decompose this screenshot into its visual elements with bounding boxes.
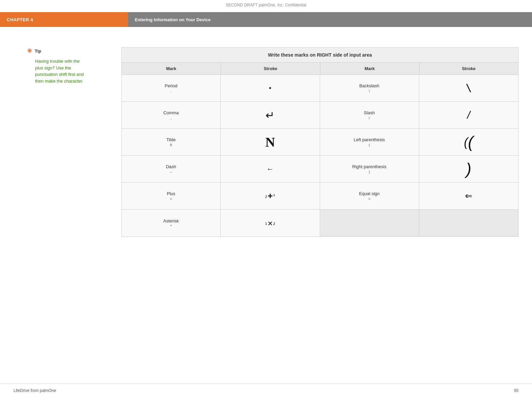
equalsign-char: = [368,197,370,201]
cell-comma-stroke: ↵ [221,102,320,128]
tip-line-3: punctuation shift first and [35,72,84,77]
comma-stroke-icon: ↵ [265,109,275,122]
asterisk-stroke-icon: ₁✕₂ [264,218,276,228]
leftparen-stroke-icon: ( [464,133,473,151]
tip-line-4: then make the character. [35,79,83,84]
table-row: Tilde ñ N Left parenthesis ( ( [122,129,518,156]
cell-backslash-name: Backslash \ [320,75,419,101]
cell-empty-stroke [419,210,518,237]
cell-slash-name: Slash / [320,102,419,128]
dash-stroke-icon: ← [267,165,274,174]
cell-plus-name: Plus + [122,183,221,209]
table-row: Period . Backslash \ \ [122,75,518,102]
table-body: Period . Backslash \ \ Comma , [122,75,518,237]
cell-leftparen-stroke: ( [419,129,518,155]
rightparen-label: Right parenthesis [352,164,386,169]
chapter-title: Entering Information on Your Device [128,12,532,27]
footer: LifeDrive from palmOne 65 [0,384,532,397]
chapter-bar: CHAPTER 4 Entering Information on Your D… [0,12,532,27]
tilde-char: ñ [170,143,172,147]
header-mark-2: Mark [320,63,419,74]
table-header: Mark Stroke Mark Stroke [122,63,518,75]
slash-stroke-icon [467,109,470,121]
comma-char: , [170,116,171,120]
backslash-label: Backslash [359,83,379,88]
tip-asterisk-icon: ✳ [27,47,32,55]
cell-empty-name [320,210,419,237]
period-stroke-icon [269,84,271,92]
tip-text: Having trouble with the plus sign? Use t… [35,58,108,84]
cell-period-name: Period . [122,75,221,101]
tip-section: ✳ Tip Having trouble with the plus sign?… [27,47,108,237]
cell-tilde-name: Tilde ñ [122,129,221,155]
cell-backslash-stroke: \ [419,75,518,101]
cell-comma-name: Comma , [122,102,221,128]
marks-table: Write these marks on RIGHT side of input… [121,47,519,237]
tip-line-1: Having trouble with the [35,59,80,64]
cell-tilde-stroke: N [221,129,320,155]
tilde-stroke-icon: N [265,134,275,150]
leftparen-char: ( [369,143,370,147]
table-title: Write these marks on RIGHT side of input… [122,48,518,63]
dash-label: Dash [166,164,176,169]
footer-right: 65 [514,388,519,393]
leftparen-label: Left parenthesis [354,137,385,142]
period-label: Period [165,83,178,88]
table-row: Comma , ↵ Slash / [122,102,518,129]
plus-stroke-icon: ₂+¹ [264,191,276,201]
plus-char: + [170,197,172,201]
tip-line-2: plus sign? Use the [35,65,71,70]
cell-leftparen-name: Left parenthesis ( [320,129,419,155]
plus-label: Plus [167,191,175,196]
period-char: . [170,89,171,93]
header-stroke-2: Stroke [419,63,518,74]
cell-rightparen-name: Right parenthesis ) [320,156,419,182]
cell-rightparen-stroke: ) [419,156,518,182]
rightparen-stroke-icon: ) [466,160,471,178]
backslash-char: \ [369,89,370,93]
cell-period-stroke [221,75,320,101]
table-row: Plus + ₂+¹ Equal sign = ⇐ [122,183,518,210]
chapter-label: CHAPTER 4 [0,12,128,27]
equalsign-label: Equal sign [359,191,380,196]
backslash-stroke-icon: \ [466,81,471,95]
rightparen-char: ) [369,170,370,174]
dash-char: – [170,170,172,174]
table-row: Asterisk * ₁✕₂ [122,210,518,237]
tip-header: ✳ Tip [27,47,108,55]
cell-plus-stroke: ₂+¹ [221,183,320,209]
cell-equalsign-name: Equal sign = [320,183,419,209]
slash-label: Slash [364,110,375,115]
tilde-label: Tilde [166,137,176,142]
table-row: Dash – ← Right parenthesis ) ) [122,156,518,183]
cell-dash-stroke: ← [221,156,320,182]
slash-char: / [369,116,370,120]
cell-asterisk-stroke: ₁✕₂ [221,210,320,237]
asterisk-label: Asterisk [163,218,179,223]
asterisk-char: * [170,224,171,228]
cell-slash-stroke [419,102,518,128]
cell-dash-name: Dash – [122,156,221,182]
cell-asterisk-name: Asterisk * [122,210,221,237]
footer-left: LifeDrive from palmOne [13,388,56,393]
header-stroke-1: Stroke [221,63,320,74]
header-mark-1: Mark [122,63,221,74]
comma-label: Comma [163,110,179,115]
watermark: SECOND DRAFT palmOne, Inc. Confidential [0,0,532,9]
equalsign-stroke-icon: ⇐ [465,191,472,201]
tip-label: Tip [35,49,41,54]
cell-equalsign-stroke: ⇐ [419,183,518,209]
main-content: ✳ Tip Having trouble with the plus sign?… [0,27,532,250]
